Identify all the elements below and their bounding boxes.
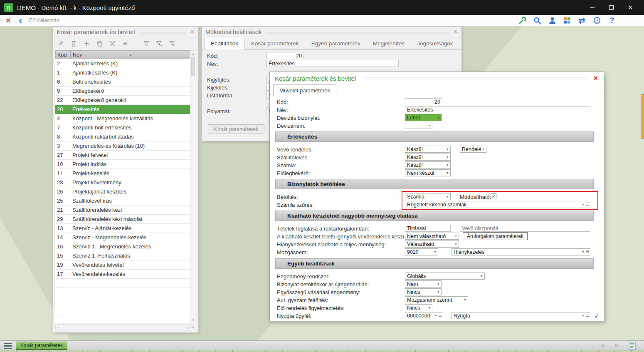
side-tab-handle[interactable] <box>641 94 644 139</box>
tab-jogosultsagok[interactable]: Jogosultságok <box>411 38 459 49</box>
detail-lines-icon[interactable] <box>586 314 589 317</box>
engedmeny-select[interactable]: Globális ▾ <box>405 273 485 280</box>
table-row[interactable]: 22Előlegbekérő generáló <box>55 96 191 105</box>
table-row[interactable] <box>55 315 191 323</box>
table-row[interactable]: 21Szállítórendelés kézi <box>55 206 191 215</box>
tools-button[interactable] <box>109 40 116 47</box>
table-row[interactable] <box>55 297 191 306</box>
scroll-right-icon[interactable]: › <box>185 325 190 330</box>
dialog-confirm-check-icon[interactable]: ✓ <box>594 312 600 320</box>
tetelek-foglalasa-mod-input[interactable]: Vevő diszponált <box>460 225 590 232</box>
table-row[interactable]: 14Szervíz - Megrendelés-kezelés <box>55 233 191 242</box>
info-button[interactable]: i <box>592 16 602 25</box>
back-button[interactable]: ‹ <box>17 16 24 25</box>
szamla-szures-select[interactable]: Rögzített kimenő számlák ▾ <box>405 201 590 208</box>
table-row[interactable]: 20Értékesítés <box>55 105 191 114</box>
aruforgalom-parameterek-button[interactable]: Áruforgalom paraméterek <box>463 232 528 240</box>
vevo-rendeles-tipus-select[interactable]: Rendelés ▾ <box>460 146 486 153</box>
ujrageneralas-select[interactable]: Nem ▾ <box>405 280 442 288</box>
column-header-nev[interactable]: Név ▲ <box>71 51 190 59</box>
detail-lines-icon[interactable] <box>439 314 442 317</box>
help-button[interactable]: ? <box>607 16 617 25</box>
basket-panel-close-icon[interactable]: × <box>190 29 195 35</box>
table-row[interactable]: 13Szervíz - Ajánlat-kezelés <box>55 224 191 233</box>
tab-muvelet-parameterek[interactable]: Művelet paraméterek <box>273 84 336 96</box>
exit-button[interactable]: × <box>3 16 13 25</box>
statusbar-task-badge[interactable]: Kosár paraméterek <box>16 342 67 350</box>
devizanem-select[interactable]: ▾ <box>405 122 432 129</box>
table-row[interactable]: 4Központ - Megrendelés kiszállítás <box>55 114 191 123</box>
table-row[interactable] <box>55 279 191 288</box>
szallitolevel-select[interactable]: Készül ▾ <box>405 154 451 161</box>
figyelmeztetes-select[interactable]: Nincs ▾ <box>405 304 432 311</box>
delete-button[interactable] <box>70 40 77 47</box>
table-row[interactable]: 11Projekt-kezelés <box>55 169 191 178</box>
egyosszegu-select[interactable]: Nincs ▾ <box>405 288 442 295</box>
dialog-close-icon[interactable]: × <box>592 74 599 82</box>
vertical-scrollbar[interactable]: ▲ ▼ <box>190 50 196 323</box>
table-row[interactable]: 29Szállítórendelés kézi másolat <box>55 215 191 224</box>
modules-grid-button[interactable] <box>563 16 572 25</box>
table-row[interactable]: 16Szervíz 1 - Megrendelés-kezelés <box>55 242 191 251</box>
mp-kod-input[interactable]: 20 <box>266 52 304 59</box>
scroll-down-icon[interactable]: ▼ <box>190 317 196 323</box>
panel-drag-grip[interactable] <box>266 31 449 36</box>
nyugta-name-select[interactable]: Nyugta ▾ <box>452 312 590 319</box>
tab-egyeb-parameterek[interactable]: Egyéb paraméterek <box>306 38 366 49</box>
maximize-button[interactable] <box>602 0 621 15</box>
statusbar-next-icon[interactable]: » <box>614 342 618 349</box>
scroll-left-icon[interactable]: ‹ <box>56 325 62 330</box>
close-button[interactable]: × <box>621 0 640 15</box>
horizontal-scrollbar[interactable]: ‹ › <box>55 324 191 330</box>
mp-nev-input[interactable]: Értékesítés <box>266 60 399 67</box>
nev-input[interactable]: Értékesítés <box>405 106 590 113</box>
hianykezeles-select[interactable]: Választható ▾ <box>405 240 459 248</box>
tab-kosar-parameterek[interactable]: Kosár paraméterek <box>245 38 305 49</box>
list-view-button[interactable]: ≡ <box>121 40 129 47</box>
detail-lines-icon[interactable] <box>586 250 589 254</box>
table-row[interactable]: 3Megrendelés-és Kitárolás (10) <box>55 141 191 151</box>
devizas-select[interactable]: Lehet ▾ <box>405 114 442 121</box>
search-button[interactable] <box>533 16 542 25</box>
nyugta-code-select[interactable]: 00000000 ▾ <box>405 312 443 319</box>
kiadhato-igeny-select[interactable]: Nem választható ▾ <box>405 233 459 240</box>
table-row[interactable]: 9Előlegbekérő <box>55 87 191 96</box>
table-row[interactable]: 25Szállítólevél írás <box>55 196 191 206</box>
table-row[interactable]: 2Ajánlat-kezelés (K) <box>55 59 191 68</box>
settings-wrench-button[interactable] <box>518 16 527 25</box>
table-row[interactable]: 26Projektajánlat készítés <box>55 187 191 196</box>
panel-drag-grip[interactable] <box>140 31 186 36</box>
table-row[interactable]: 27Projekt felvétel <box>55 151 191 160</box>
edit-button[interactable]: ✎ <box>57 40 64 47</box>
table-row[interactable]: 17Vevőrendelés-kezelés <box>55 270 191 279</box>
detail-lines-icon[interactable] <box>586 203 589 206</box>
szamla-select[interactable]: Készül ▾ <box>405 161 451 169</box>
copy-button[interactable] <box>96 40 103 47</box>
table-row[interactable]: 8Központi raktárból átadás <box>55 132 191 141</box>
table-row[interactable]: 10Projekt indítás <box>55 160 191 169</box>
tab-beallitasok[interactable]: Beállítások <box>205 38 244 50</box>
scroll-up-icon[interactable]: ▲ <box>190 51 196 57</box>
table-row[interactable]: 19Vevőrendelés felvétel <box>55 260 191 270</box>
table-row[interactable]: 6Bolti értékesítés <box>55 77 191 87</box>
modosithato-checkbox[interactable]: ✓ <box>491 193 496 199</box>
kosar-parameterek-button[interactable]: Kosár paraméterek <box>208 124 264 134</box>
vevo-rendeles-select[interactable]: Készül ▾ <box>405 146 451 153</box>
betoltes-select[interactable]: Számla ▾ <box>405 193 451 200</box>
statusbar-prev-icon[interactable]: « <box>601 342 605 349</box>
panel-confirm-check-icon[interactable]: ✓ <box>190 324 196 330</box>
mozgasnem-name-select[interactable]: Hiánykezelés ▾ <box>452 248 590 255</box>
statusbar-menu-icon[interactable] <box>4 343 12 349</box>
elolegbekero-select[interactable]: Nem készül ▾ <box>405 169 451 176</box>
table-row[interactable] <box>55 306 191 315</box>
mozgasnem-code-select[interactable]: 9020 ▾ <box>405 248 438 255</box>
transfer-button[interactable]: ⇄ <box>577 16 587 25</box>
table-row[interactable]: 7Központi bolt értékesítés <box>55 123 191 132</box>
filter-button[interactable] <box>143 40 150 47</box>
column-header-kod[interactable]: Kód <box>56 51 71 59</box>
table-row[interactable]: 15Szervíz 1- Felhasználás <box>55 251 191 260</box>
table-row[interactable]: 1Ajánlatkészítés (K) <box>55 68 191 77</box>
dialog-drag-grip[interactable] <box>363 77 588 82</box>
tab-megjelenites[interactable]: Megjelenítés <box>367 38 411 49</box>
minimize-button[interactable] <box>582 0 602 15</box>
